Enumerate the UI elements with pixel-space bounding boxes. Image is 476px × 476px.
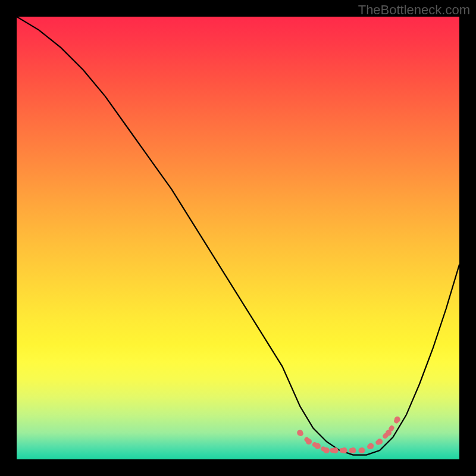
optimal-range-marker (333, 447, 339, 453)
optimal-range-marker (297, 430, 303, 436)
watermark-text: TheBottleneck.com (358, 2, 470, 18)
optimal-range-marker (377, 439, 383, 444)
optimal-range-marker (394, 416, 400, 422)
optimal-range-markers-group (297, 416, 400, 453)
optimal-range-marker (368, 443, 374, 449)
optimal-range-marker (350, 447, 356, 453)
chart-svg (17, 17, 459, 459)
optimal-range-marker (386, 430, 392, 436)
bottleneck-curve-path (17, 17, 459, 455)
optimal-range-marker (324, 447, 330, 453)
chart-plot-area (17, 17, 459, 459)
optimal-range-path (300, 419, 397, 450)
optimal-range-marker (306, 439, 312, 444)
optimal-range-marker (315, 443, 321, 449)
optimal-range-marker (342, 447, 347, 453)
optimal-range-marker (359, 447, 365, 453)
